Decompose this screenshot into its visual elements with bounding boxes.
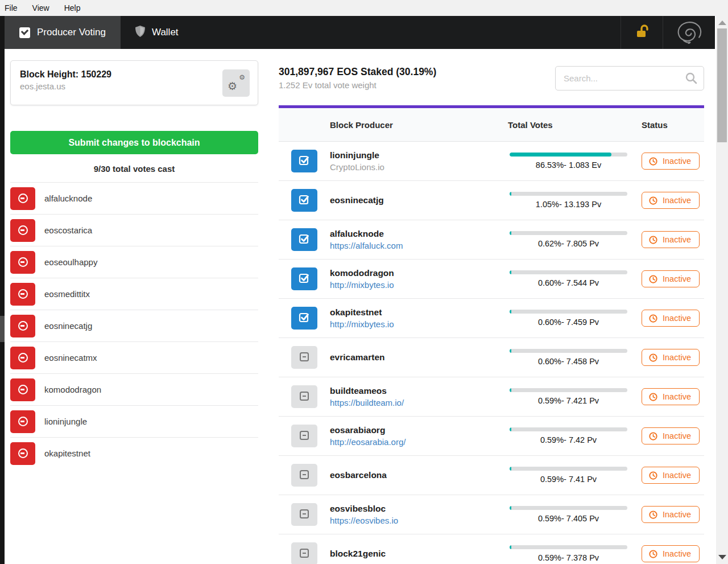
producer-name: eosninecatjg bbox=[330, 195, 500, 206]
producer-info-cell: lioninjungleCryptoLions.io bbox=[330, 150, 500, 173]
scroll-up-arrow-icon[interactable] bbox=[718, 20, 726, 25]
status-inactive-badge[interactable]: Inactive bbox=[642, 506, 700, 523]
producer-row: eosarabiaorghttp://eosarabia.org/0.59%- … bbox=[279, 417, 704, 456]
producer-info-cell: buildteameoshttps://buildteam.io/ bbox=[330, 385, 500, 409]
producer-url-link[interactable]: https://alfaluck.com bbox=[330, 240, 403, 252]
clock-icon bbox=[649, 432, 657, 441]
vote-list-item: eosninecatmx bbox=[10, 341, 258, 373]
vote-checkbox-checked-button[interactable] bbox=[291, 150, 317, 172]
status-cell: Inactive bbox=[637, 545, 704, 562]
status-inactive-badge[interactable]: Inactive bbox=[642, 545, 700, 562]
status-inactive-badge[interactable]: Inactive bbox=[642, 349, 700, 366]
status-inactive-badge[interactable]: Inactive bbox=[642, 467, 700, 484]
vote-progress-bar bbox=[510, 506, 627, 510]
right-scrollbar-thumb[interactable] bbox=[717, 28, 727, 142]
status-cell: Inactive bbox=[637, 388, 704, 405]
clock-icon bbox=[649, 314, 657, 323]
remove-vote-button[interactable] bbox=[10, 283, 35, 306]
selected-votes-list: alfalucknodeeoscostaricaeoseoulhappyeosm… bbox=[10, 182, 258, 469]
producer-row: okapitestnethttp://mixbytes.io0.60%- 7.4… bbox=[279, 299, 704, 338]
remove-vote-button[interactable] bbox=[10, 315, 35, 337]
total-votes-cell: 0.59%- 7.41 Pv bbox=[500, 467, 637, 484]
producer-info-cell: eosninecatjg bbox=[330, 195, 500, 206]
left-scrollbar-thumb[interactable] bbox=[0, 316, 5, 342]
left-scrollbar[interactable] bbox=[0, 16, 5, 564]
remove-vote-button[interactable] bbox=[10, 251, 35, 274]
vote-percentage-text: 0.59%- 7.41 Pv bbox=[510, 475, 627, 484]
vote-checkbox-unchecked-button[interactable] bbox=[291, 542, 317, 564]
minus-circle-icon bbox=[18, 448, 28, 458]
producer-url-text: CryptoLions.io bbox=[330, 162, 500, 173]
status-inactive-badge[interactable]: Inactive bbox=[642, 192, 700, 209]
producer-name: block21genic bbox=[330, 548, 500, 559]
vote-checkbox-cell bbox=[279, 189, 330, 212]
greymass-logo[interactable] bbox=[663, 16, 715, 49]
vote-progress-bar bbox=[510, 545, 627, 549]
producer-row: eosvibesblochttps://eosvibes.io0.59%- 7.… bbox=[279, 495, 704, 534]
producer-row: block21genic0.59%- 7.378 PvInactive bbox=[279, 534, 704, 564]
producer-info-cell: eosarabiaorghttp://eosarabia.org/ bbox=[330, 425, 500, 448]
menu-help[interactable]: Help bbox=[64, 1, 88, 15]
status-label: Inactive bbox=[663, 471, 691, 480]
status-cell: Inactive bbox=[637, 506, 704, 523]
vote-checkbox-checked-button[interactable] bbox=[291, 307, 317, 330]
vote-progress-bar bbox=[510, 427, 627, 431]
menu-file[interactable]: File bbox=[5, 1, 24, 15]
navbar-right bbox=[621, 16, 715, 49]
producer-row: komododragonhttp://mixbytes.io0.60%- 7.5… bbox=[279, 260, 704, 299]
tab-wallet[interactable]: Wallet bbox=[121, 16, 193, 49]
vote-checkbox-cell bbox=[279, 464, 330, 487]
remove-vote-button[interactable] bbox=[10, 187, 35, 210]
minus-square-icon bbox=[299, 469, 310, 482]
status-label: Inactive bbox=[663, 549, 691, 558]
remove-vote-button[interactable] bbox=[10, 410, 35, 433]
remove-vote-button[interactable] bbox=[10, 442, 35, 465]
right-scrollbar[interactable] bbox=[716, 16, 728, 564]
status-label: Inactive bbox=[663, 235, 691, 244]
status-inactive-badge[interactable]: Inactive bbox=[642, 388, 700, 405]
minus-circle-icon bbox=[18, 289, 28, 299]
status-inactive-badge[interactable]: Inactive bbox=[642, 310, 700, 327]
producer-row: eosninecatjg1.05%- 13.193 PvInactive bbox=[279, 181, 704, 220]
search-input[interactable] bbox=[555, 66, 704, 90]
vote-checkbox-unchecked-button[interactable] bbox=[291, 346, 317, 369]
remove-vote-button[interactable] bbox=[10, 378, 35, 401]
unlock-button[interactable] bbox=[621, 16, 663, 49]
vote-percentage-text: 86.53%- 1.083 Ev bbox=[510, 160, 627, 170]
producer-info-cell: okapitestnethttp://mixbytes.io bbox=[330, 307, 500, 330]
vote-progress-fill bbox=[510, 388, 511, 392]
producer-url-link[interactable]: https://eosvibes.io bbox=[330, 515, 398, 526]
tab-producer-voting[interactable]: Producer Voting bbox=[5, 16, 121, 49]
status-inactive-badge[interactable]: Inactive bbox=[642, 427, 700, 444]
vote-checkbox-checked-button[interactable] bbox=[291, 189, 317, 212]
remove-vote-button[interactable] bbox=[10, 219, 35, 242]
table-body: lioninjungleCryptoLions.io86.53%- 1.083 … bbox=[279, 142, 704, 564]
vote-checkbox-checked-button[interactable] bbox=[291, 267, 317, 290]
vote-checkbox-unchecked-button[interactable] bbox=[291, 464, 317, 487]
producer-url-link[interactable]: https://buildteam.io/ bbox=[330, 397, 404, 409]
menu-view[interactable]: View bbox=[32, 1, 56, 15]
producer-url-link[interactable]: http://mixbytes.io bbox=[330, 279, 394, 291]
vote-checkbox-unchecked-button[interactable] bbox=[291, 425, 317, 447]
producer-url-link[interactable]: http://mixbytes.io bbox=[330, 319, 394, 330]
check-square-icon bbox=[299, 312, 310, 325]
scroll-down-arrow-icon[interactable] bbox=[718, 555, 726, 559]
check-square-icon bbox=[299, 155, 310, 168]
vote-list-item: okapitestnet bbox=[10, 437, 258, 469]
status-inactive-badge[interactable]: Inactive bbox=[642, 270, 700, 287]
status-label: Inactive bbox=[663, 157, 691, 166]
settings-button[interactable]: ⚙ ⚙ bbox=[222, 69, 250, 97]
producer-info-cell: eosvibesblochttps://eosvibes.io bbox=[330, 503, 500, 526]
vote-checkbox-unchecked-button[interactable] bbox=[291, 503, 317, 526]
vote-percentage-text: 0.59%- 7.421 Pv bbox=[510, 396, 627, 405]
submit-votes-button[interactable]: Submit changes to blockchain bbox=[10, 131, 258, 154]
vote-checkbox-checked-button[interactable] bbox=[291, 228, 317, 251]
vote-checkbox-unchecked-button[interactable] bbox=[291, 385, 317, 408]
producer-url-link[interactable]: http://eosarabia.org/ bbox=[330, 437, 406, 448]
search-box bbox=[555, 66, 704, 90]
status-inactive-badge[interactable]: Inactive bbox=[642, 231, 700, 248]
app-navbar: Producer Voting Wallet bbox=[5, 16, 715, 49]
status-inactive-badge[interactable]: Inactive bbox=[642, 153, 700, 170]
main-header: 301,897,967 EOS Staked (30.19%) 1.252 Ev… bbox=[279, 66, 704, 90]
remove-vote-button[interactable] bbox=[10, 347, 35, 369]
